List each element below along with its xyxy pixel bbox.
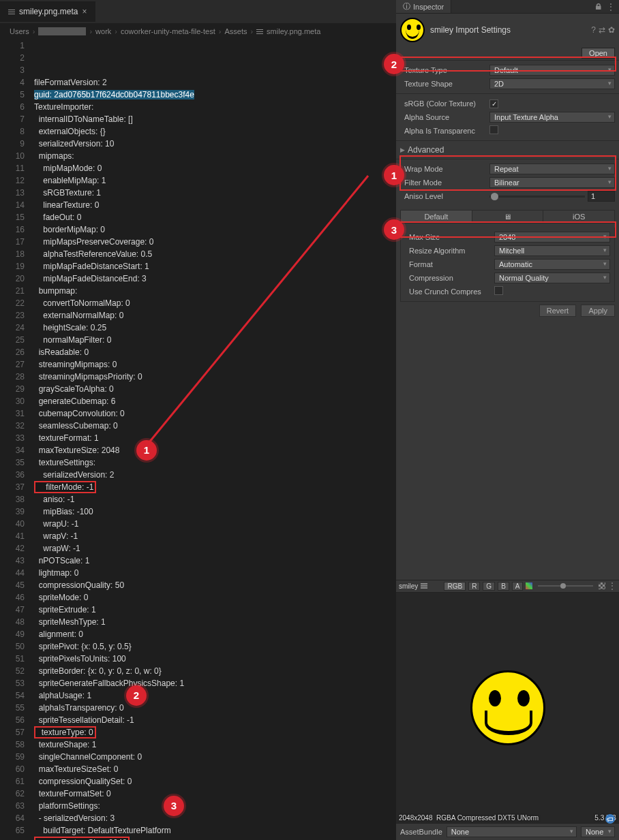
platform-tab-desktop[interactable]: 🖥︎ <box>472 211 544 223</box>
breadcrumb-item[interactable]: work <box>95 27 111 35</box>
help-icon[interactable]: ? <box>591 25 596 35</box>
hamburger-icon[interactable] <box>421 583 427 589</box>
code-line[interactable]: filterMode: -1 <box>34 481 396 493</box>
apply-button[interactable]: Apply <box>581 305 615 317</box>
srgb-checkbox[interactable] <box>489 99 498 108</box>
aniso-input[interactable] <box>588 191 615 202</box>
revert-button[interactable]: Revert <box>539 305 576 317</box>
code-line[interactable]: convertToNormalMap: 0 <box>34 297 396 309</box>
code-line[interactable]: textureFormatSet: 0 <box>34 788 396 800</box>
platform-tab-ios[interactable]: iOS <box>543 211 614 223</box>
code-line[interactable]: cubemapConvolution: 0 <box>34 407 396 420</box>
code-line[interactable]: bumpmap: <box>34 285 396 297</box>
code-line[interactable]: wrapV: -1 <box>34 530 396 542</box>
code-line[interactable]: alphaUsage: 1 <box>34 689 396 702</box>
channel-rgb-button[interactable]: RGB <box>444 582 466 591</box>
breadcrumb-item-redacted[interactable] <box>38 27 86 35</box>
editor-tab[interactable]: smiley.png.meta × <box>0 1 95 22</box>
code-line[interactable]: streamingMipmapsPriority: 0 <box>34 371 396 383</box>
code-area[interactable]: 1234567891011121314151617181920212223242… <box>0 40 396 840</box>
code-line[interactable]: mipmaps: <box>34 150 396 162</box>
code-line[interactable]: fadeOut: 0 <box>34 211 396 223</box>
checker-icon[interactable] <box>599 582 605 589</box>
code-line[interactable]: maxTextureSize: 2048 <box>34 444 396 456</box>
code-line[interactable]: spriteMode: 0 <box>34 591 396 604</box>
channel-a-button[interactable]: A <box>512 582 524 591</box>
lock-icon[interactable]: 🔒︎ <box>594 2 603 12</box>
channel-r-button[interactable]: R <box>468 582 480 591</box>
advanced-foldout[interactable]: ▶ Advanced <box>396 144 619 156</box>
breadcrumb-item[interactable]: coworker-unity-meta-file-test <box>121 27 215 35</box>
gear-icon[interactable]: ✿ <box>608 25 615 35</box>
filter-mode-dropdown[interactable]: Bilinear <box>489 177 615 188</box>
code-line[interactable]: enableMipMap: 1 <box>34 174 396 187</box>
texture-shape-dropdown[interactable]: 2D <box>489 78 615 89</box>
code-line[interactable]: spriteTessellationDetail: -1 <box>34 714 396 726</box>
code-line[interactable]: externalObjects: {} <box>34 125 396 138</box>
code-line[interactable]: textureShape: 1 <box>34 738 396 751</box>
code-line[interactable]: platformSettings: <box>34 800 396 812</box>
alpha-source-dropdown[interactable]: Input Texture Alpha <box>489 112 615 123</box>
asset-bundle-variant-dropdown[interactable]: None <box>581 826 615 837</box>
code-line[interactable]: internalIDToNameTable: [] <box>34 113 396 125</box>
code-line[interactable]: guid: 2ad0765b17f624dc0b047811bbec3f4e <box>34 89 396 101</box>
code-line[interactable]: alphaIsTransparency: 0 <box>34 702 396 714</box>
code-line[interactable]: isReadable: 0 <box>34 346 396 358</box>
channel-b-button[interactable]: B <box>498 582 509 591</box>
code-line[interactable]: aniso: -1 <box>34 493 396 505</box>
code-line[interactable]: nPOTScale: 1 <box>34 555 396 567</box>
mip-slider[interactable] <box>538 585 593 587</box>
code-line[interactable]: alignment: 0 <box>34 628 396 640</box>
inspector-tab[interactable]: ⓘ Inspector <box>396 0 451 13</box>
code-line[interactable]: spriteMeshType: 1 <box>34 616 396 628</box>
code-line[interactable]: alphaTestReferenceValue: 0.5 <box>34 248 396 260</box>
code-line[interactable]: generateCubemap: 6 <box>34 395 396 407</box>
alpha-transparency-checkbox[interactable] <box>489 125 498 134</box>
code-line[interactable]: mipBias: -100 <box>34 505 396 518</box>
code-line[interactable]: textureType: 0 <box>34 726 396 738</box>
code-line[interactable]: mipMapFadeDistanceEnd: 3 <box>34 273 396 285</box>
code-line[interactable]: streamingMipmaps: 0 <box>34 358 396 371</box>
texture-type-dropdown[interactable]: Default <box>489 65 615 76</box>
code-line[interactable]: wrapU: -1 <box>34 518 396 530</box>
code-line[interactable]: maxTextureSizeSet: 0 <box>34 763 396 775</box>
code-line[interactable]: lightmap: 0 <box>34 567 396 579</box>
mip-icon[interactable] <box>526 582 532 589</box>
code-line[interactable]: heightScale: 0.25 <box>34 322 396 334</box>
wrap-mode-dropdown[interactable]: Repeat <box>489 164 615 174</box>
code-line[interactable]: compressionQualitySet: 0 <box>34 775 396 788</box>
code-line[interactable]: sRGBTexture: 1 <box>34 187 396 199</box>
breadcrumb-item[interactable]: Users <box>10 27 29 35</box>
preset-icon[interactable]: ⇄ <box>599 25 605 35</box>
code-line[interactable]: fileFormatVersion: 2 <box>34 76 396 89</box>
menu-icon[interactable]: ⋮ <box>608 581 616 591</box>
code-line[interactable]: seamlessCubemap: 0 <box>34 420 396 432</box>
code-line[interactable]: serializedVersion: 2 <box>34 469 396 481</box>
breadcrumb-item[interactable]: Assets <box>224 27 247 35</box>
code-content[interactable]: fileFormatVersion: 2guid: 2ad0765b17f624… <box>34 40 396 840</box>
tag-icon[interactable]: 🏷︎ <box>605 814 615 824</box>
code-line[interactable]: compressionQuality: 50 <box>34 579 396 591</box>
code-line[interactable]: mipMapsPreserveCoverage: 0 <box>34 236 396 248</box>
code-line[interactable]: externalNormalMap: 0 <box>34 309 396 322</box>
code-line[interactable]: maxTextureSize: 2048 <box>34 837 396 840</box>
code-line[interactable]: singleChannelComponent: 0 <box>34 751 396 763</box>
code-line[interactable]: mipMapFadeDistanceStart: 1 <box>34 260 396 273</box>
code-line[interactable]: textureSettings: <box>34 456 396 469</box>
format-dropdown[interactable]: Automatic <box>494 259 610 270</box>
code-line[interactable]: grayScaleToAlpha: 0 <box>34 383 396 395</box>
asset-bundle-dropdown[interactable]: None <box>447 826 577 837</box>
code-line[interactable]: buildTarget: DefaultTexturePlatform <box>34 824 396 837</box>
code-line[interactable]: mipMapMode: 0 <box>34 162 396 174</box>
open-button[interactable]: Open <box>582 48 615 59</box>
code-line[interactable]: TextureImporter: <box>34 101 396 113</box>
platform-tab-default[interactable]: Default <box>401 211 472 223</box>
code-line[interactable]: spriteBorder: {x: 0, y: 0, z: 0, w: 0} <box>34 665 396 677</box>
breadcrumb-item[interactable]: smiley.png.meta <box>267 27 320 35</box>
code-line[interactable]: spriteExtrude: 1 <box>34 604 396 616</box>
code-line[interactable]: spritePivot: {x: 0.5, y: 0.5} <box>34 640 396 653</box>
compression-dropdown[interactable]: Normal Quality <box>494 273 610 283</box>
menu-icon[interactable]: ⋮ <box>607 2 615 12</box>
close-icon[interactable]: × <box>82 7 87 16</box>
max-size-dropdown[interactable]: 2048 <box>494 232 610 243</box>
